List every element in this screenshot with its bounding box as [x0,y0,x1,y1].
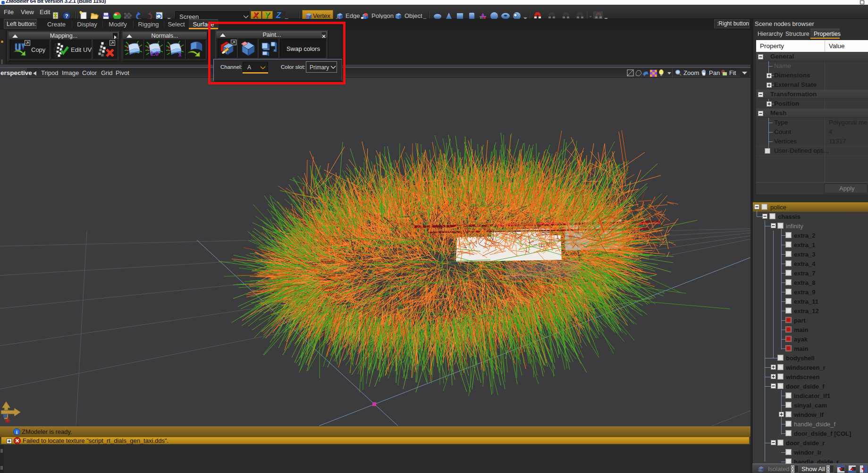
svg-text:i: i [16,429,17,435]
svg-text:x: x [178,51,182,58]
svg-text:1.0: 1.0 [150,50,159,57]
svg-text:?: ? [65,13,68,19]
